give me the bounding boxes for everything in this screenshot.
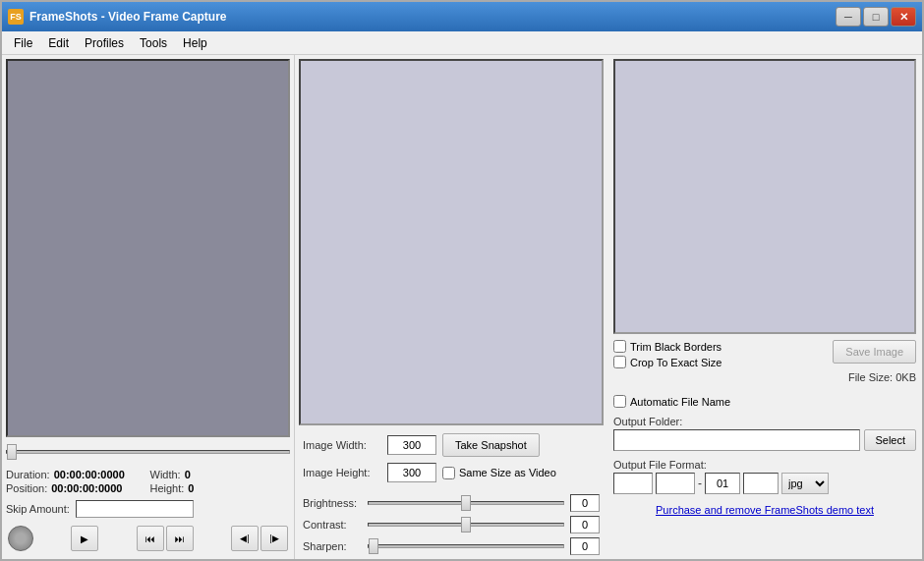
image-height-label: Image Height: — [303, 467, 381, 478]
main-content: Duration: 00:00:00:0000 Width: 0 Positio… — [2, 55, 922, 559]
title-bar-buttons: ─ □ ✕ — [836, 7, 916, 27]
crop-exact-checkbox[interactable] — [613, 356, 626, 368]
minimize-button[interactable]: ─ — [836, 7, 861, 27]
select-button[interactable]: Select — [864, 429, 916, 451]
format-name-input[interactable] — [613, 473, 653, 494]
image-controls: Image Width: Take Snapshot Image Height:… — [295, 427, 607, 494]
frame-button-group: ◀| |▶ — [231, 526, 288, 551]
sharpen-value[interactable] — [570, 537, 600, 555]
sharpen-label: Sharpen: — [303, 540, 362, 552]
position-item: Position: 00:00:00:0000 — [6, 482, 146, 494]
brightness-row: Brightness: — [303, 494, 600, 512]
format-separator: - — [698, 477, 702, 490]
prev-frame-button[interactable]: ◀| — [231, 526, 259, 551]
image-width-label: Image Width: — [303, 439, 381, 451]
seek-slider[interactable] — [6, 450, 290, 454]
window-title: FrameShots - Video Frame Capture — [29, 10, 227, 24]
menu-profiles[interactable]: Profiles — [77, 34, 132, 52]
same-size-checkbox[interactable] — [442, 467, 455, 479]
same-size-row: Same Size as Video — [442, 467, 556, 479]
menu-edit[interactable]: Edit — [40, 34, 77, 52]
file-size-label: File Size: 0KB — [848, 371, 916, 383]
main-window: FS FrameShots - Video Frame Capture ─ □ … — [0, 0, 924, 561]
border-options: Trim Black Borders Crop To Exact Size — [613, 340, 722, 368]
save-section: Save Image File Size: 0KB — [833, 340, 916, 383]
auto-name-row: Automatic File Name — [613, 395, 916, 408]
slider-section: Brightness: Contrast: Sharpen: — [295, 494, 607, 559]
contrast-row: Contrast: — [303, 516, 600, 533]
position-value: 00:00:00:0000 — [51, 482, 122, 494]
title-bar-left: FS FrameShots - Video Frame Capture — [8, 9, 227, 25]
format-name2-input[interactable] — [656, 473, 695, 494]
output-format-section: Output File Format: - jpg png bmp — [613, 459, 916, 494]
next-chapter-button[interactable]: ⏭ — [166, 526, 194, 551]
duration-label: Duration: — [6, 469, 50, 480]
menu-help[interactable]: Help — [175, 34, 215, 52]
options-section: Trim Black Borders Crop To Exact Size Sa… — [613, 340, 916, 516]
demo-purchase-link[interactable]: Purchase and remove FrameShots demo text — [613, 504, 916, 516]
left-panel: Duration: 00:00:00:0000 Width: 0 Positio… — [2, 55, 295, 559]
contrast-label: Contrast: — [303, 519, 362, 531]
image-width-input[interactable] — [387, 435, 436, 455]
crop-exact-label: Crop To Exact Size — [630, 357, 722, 368]
playback-controls: ▶ ⏮ ⏭ ◀| |▶ — [6, 522, 290, 555]
height-item: Height: 0 — [150, 482, 291, 494]
format-ext-select[interactable]: jpg png bmp — [781, 473, 829, 494]
maximize-button[interactable]: □ — [863, 7, 889, 27]
chapter-button-group: ⏮ ⏭ — [137, 526, 194, 551]
width-item: Width: 0 — [150, 469, 291, 480]
right-panel: Trim Black Borders Crop To Exact Size Sa… — [607, 55, 922, 559]
title-bar: FS FrameShots - Video Frame Capture ─ □ … — [2, 2, 922, 31]
menu-tools[interactable]: Tools — [132, 34, 175, 52]
format-number-input[interactable] — [705, 473, 740, 494]
skip-amount-input[interactable] — [76, 500, 194, 518]
sharpen-row: Sharpen: — [303, 537, 600, 555]
contrast-slider[interactable] — [368, 523, 564, 527]
height-label: Height: — [150, 482, 185, 494]
brightness-label: Brightness: — [303, 497, 362, 509]
trim-black-checkbox[interactable] — [613, 340, 626, 353]
brightness-value[interactable] — [570, 494, 600, 512]
menu-bar: File Edit Profiles Tools Help — [2, 31, 922, 55]
image-width-row: Image Width: Take Snapshot — [303, 433, 600, 457]
video-preview-center — [299, 59, 604, 425]
menu-file[interactable]: File — [6, 34, 40, 52]
format-extra-input[interactable] — [743, 473, 779, 494]
take-snapshot-button[interactable]: Take Snapshot — [442, 433, 540, 457]
duration-value: 00:00:00:0000 — [54, 469, 125, 480]
contrast-value[interactable] — [570, 516, 600, 533]
prev-chapter-button[interactable]: ⏮ — [137, 526, 164, 551]
same-size-label: Same Size as Video — [459, 467, 556, 478]
height-value: 0 — [188, 482, 194, 494]
top-right-row: Trim Black Borders Crop To Exact Size Sa… — [613, 340, 916, 383]
width-value: 0 — [185, 469, 191, 480]
trim-black-label: Trim Black Borders — [630, 341, 722, 353]
skip-amount-row: Skip Amount: — [6, 500, 290, 518]
video-preview-left — [6, 59, 290, 437]
format-inputs: - jpg png bmp — [613, 473, 916, 494]
output-folder-input[interactable] — [613, 429, 860, 451]
folder-input-row: Select — [613, 429, 916, 451]
video-preview-right — [613, 59, 916, 334]
play-button[interactable]: ▶ — [71, 526, 98, 551]
skip-amount-label: Skip Amount: — [6, 503, 70, 515]
sharpen-slider[interactable] — [368, 544, 564, 548]
auto-name-checkbox[interactable] — [613, 395, 626, 408]
crop-exact-row: Crop To Exact Size — [613, 356, 722, 368]
position-label: Position: — [6, 482, 47, 494]
app-icon: FS — [8, 9, 24, 25]
image-height-row: Image Height: Same Size as Video — [303, 463, 600, 482]
output-format-label: Output File Format: — [613, 459, 707, 471]
info-grid: Duration: 00:00:00:0000 Width: 0 Positio… — [6, 469, 290, 494]
image-height-input[interactable] — [387, 463, 436, 482]
close-button[interactable]: ✕ — [891, 7, 916, 27]
playback-button-group: ▶ — [71, 526, 98, 551]
next-frame-button[interactable]: |▶ — [260, 526, 288, 551]
save-image-button[interactable]: Save Image — [833, 340, 916, 364]
disc-icon — [8, 526, 33, 551]
brightness-slider[interactable] — [368, 501, 564, 505]
width-label: Width: — [150, 469, 181, 480]
output-folder-section: Output Folder: Select — [613, 416, 916, 451]
seek-slider-row — [6, 443, 290, 463]
auto-name-label: Automatic File Name — [630, 396, 730, 408]
